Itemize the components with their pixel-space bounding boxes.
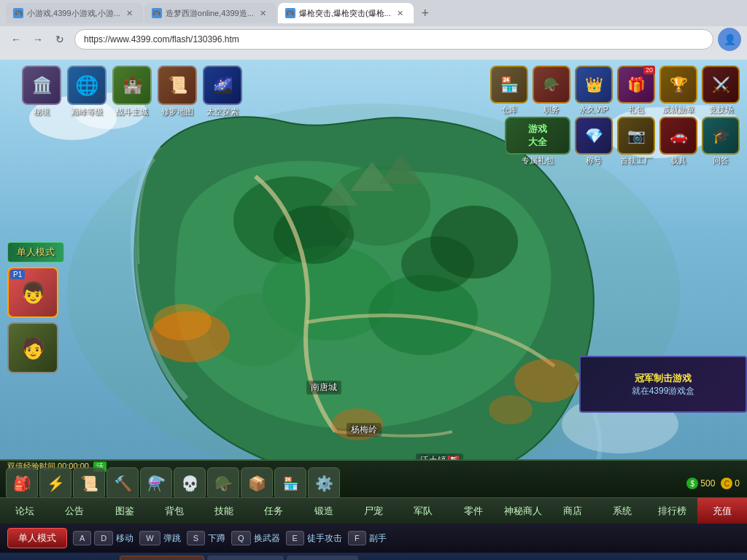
icon-shura-map[interactable]: 📜 修罗地图 <box>158 66 197 117</box>
nav-parts[interactable]: 零件 <box>448 498 498 524</box>
icon-space-explore[interactable]: 🌌 太空探索 <box>203 66 242 117</box>
search-button[interactable]: 🔍 <box>32 555 58 560</box>
player2-avatar[interactable]: 🧑 <box>7 322 58 373</box>
left-panel: 单人模式 P1 👦 🧑 <box>7 242 64 373</box>
promo-line1: 冠军制击游戏 <box>635 372 692 385</box>
nav-forge-label: 锻造 <box>314 505 333 518</box>
promo-panel[interactable]: 冠军制击游戏 就在4399游戏盒 <box>579 356 747 413</box>
url-bar[interactable]: https://www.4399.com/flash/130396.htm <box>74 29 713 50</box>
map-label-yangmei[interactable]: 杨梅岭 <box>347 423 382 437</box>
icon-ammo[interactable]: 🪖 <box>207 467 239 497</box>
key-q[interactable]: Q <box>231 531 251 545</box>
icon-gift[interactable]: 🎁 20 礼包 <box>617 66 655 115</box>
bandicam-app[interactable]: ⏺ Bandicam <box>287 556 358 560</box>
back-button[interactable]: ← <box>6 29 26 50</box>
svg-point-13 <box>489 395 533 424</box>
nav-notice-label: 公告 <box>65 505 84 518</box>
nav-bag-label: 背包 <box>165 505 184 518</box>
map-label-nantang[interactable]: 南唐城 <box>306 381 341 394</box>
icon-vehicle-label: 载具 <box>670 155 686 166</box>
icon-arena[interactable]: ⚔️ 竞技场 <box>702 66 740 115</box>
nav-shop[interactable]: 商店 <box>548 498 597 524</box>
icon-zombie[interactable]: 💀 <box>174 467 206 497</box>
nav-skill[interactable]: 技能 <box>199 498 249 524</box>
tab-3[interactable]: 🎮 爆枪突击,爆枪突击(爆枪... ✕ <box>278 3 414 23</box>
fcbrowser-app[interactable]: 🦊 FCBrowser <box>207 556 284 560</box>
icon-arena-label: 竞技场 <box>709 104 733 115</box>
flash-center-app[interactable]: ⚡ Flash Center <box>120 556 204 560</box>
key-f[interactable]: F <box>348 531 366 545</box>
tab-3-title: 爆枪突击,爆枪突击(爆枪... <box>299 8 391 19</box>
action-crouch: 下蹲 <box>208 532 225 545</box>
action-attack: 徒手攻击 <box>307 532 342 545</box>
nav-merchant[interactable]: 神秘商人 <box>498 498 548 524</box>
nav-task[interactable]: 任务 <box>249 498 298 524</box>
icon-warehouse[interactable]: 🏪 仓库 <box>490 66 528 115</box>
tab-3-close[interactable]: ✕ <box>395 7 406 19</box>
tab-2-favicon: 🎮 <box>152 8 162 18</box>
profile-button[interactable]: 👤 <box>718 28 741 51</box>
tab-1-close[interactable]: ✕ <box>124 7 136 19</box>
action-jump: 弹跳 <box>163 532 181 545</box>
icon-vip-label: 永久VIP <box>579 104 608 115</box>
key-e[interactable]: E <box>286 531 304 545</box>
nav-ranking[interactable]: 排行榜 <box>647 498 697 524</box>
icon-gift-label: 礼包 <box>628 104 644 115</box>
tab-1[interactable]: 🎮 小游戏,4399小游戏,小游... ✕ <box>6 3 143 23</box>
icon-battle-city[interactable]: 🏰 战斗主城 <box>112 66 152 117</box>
icon-vip[interactable]: 👑 永久VIP <box>575 66 613 115</box>
forward-button[interactable]: → <box>28 29 48 50</box>
key-w[interactable]: W <box>139 531 160 545</box>
nav-pet[interactable]: 尸宠 <box>349 498 398 524</box>
keyboard-mode-button[interactable]: 单人模式 <box>7 528 67 548</box>
map-label-yangmei-text: 杨梅岭 <box>351 424 377 435</box>
tab-1-favicon: 🎮 <box>13 8 23 18</box>
key-d[interactable]: D <box>94 531 113 545</box>
steam-button[interactable]: 💧 <box>61 555 88 560</box>
player1-avatar[interactable]: P1 👦 <box>7 267 58 318</box>
gold-display: $ 500 <box>686 478 715 489</box>
icon-skill[interactable]: ⚡ <box>39 467 71 497</box>
icon-forge2[interactable]: ⚗️ <box>140 467 172 497</box>
new-tab-button[interactable]: + <box>415 3 436 23</box>
nav-shop-label: 商店 <box>563 505 582 518</box>
icon-shop[interactable]: 🏪 <box>274 467 306 497</box>
icon-shura-map-label: 修罗地图 <box>161 106 193 117</box>
icon-title[interactable]: 💎 称号 <box>575 117 613 166</box>
nav-army[interactable]: 军队 <box>398 498 448 524</box>
icon-duty[interactable]: 🪖 职务 <box>533 66 570 115</box>
key-group-switch: Q 换武器 <box>231 531 280 545</box>
key-s[interactable]: S <box>187 531 205 545</box>
key-a[interactable]: A <box>73 531 91 545</box>
nav-forge[interactable]: 锻造 <box>299 498 349 524</box>
start-button[interactable] <box>3 555 29 560</box>
icon-forge[interactable]: 🔨 <box>107 467 139 497</box>
icon-peak-level[interactable]: 🌐 巅峰等级 <box>67 66 107 117</box>
nav-system[interactable]: 系统 <box>597 498 647 524</box>
tab-2[interactable]: 🎮 造梦西游online,4399造... ✕ <box>144 3 276 23</box>
nav-guide[interactable]: 图鉴 <box>100 498 150 524</box>
nav-bag[interactable]: 背包 <box>150 498 199 524</box>
nav-topup[interactable]: 充值 <box>697 498 747 524</box>
file-button[interactable]: 📁 <box>90 555 117 560</box>
icon-shura-map-img: 📜 <box>158 66 197 105</box>
icon-scroll[interactable]: 📜 <box>73 467 105 497</box>
tab-2-close[interactable]: ✕ <box>258 7 269 19</box>
icon-settings[interactable]: ⚙️ <box>308 467 340 497</box>
icon-achievement[interactable]: 🏆 成就勋章 <box>659 66 697 115</box>
icon-exclusive-gift[interactable]: 游戏大全 专属礼包 <box>505 117 570 166</box>
icon-achievement-label: 成就勋章 <box>662 104 694 115</box>
icon-crate[interactable]: 📦 <box>241 467 273 497</box>
icon-backpack[interactable]: 🎒 <box>6 467 38 497</box>
single-mode-label[interactable]: 单人模式 <box>7 242 64 262</box>
icon-mystery[interactable]: 🏛️ 秘境 <box>22 66 61 117</box>
nav-notice[interactable]: 公告 <box>50 498 99 524</box>
icon-boss-factory[interactable]: 📷 首领工厂 <box>617 117 655 166</box>
refresh-button[interactable]: ↻ <box>50 29 70 50</box>
nav-forum[interactable]: 论坛 <box>0 498 50 524</box>
icon-qa[interactable]: 🎓 问答 <box>702 117 740 166</box>
key-group-crouch: S 下蹲 <box>187 531 225 545</box>
icon-vehicle[interactable]: 🚗 载具 <box>659 117 697 166</box>
nav-merchant-label: 神秘商人 <box>504 505 542 518</box>
keyboard-bar: 单人模式 A D 移动 W 弹跳 S 下蹲 Q 换武器 E 徒手攻击 F 副手 <box>0 524 747 553</box>
